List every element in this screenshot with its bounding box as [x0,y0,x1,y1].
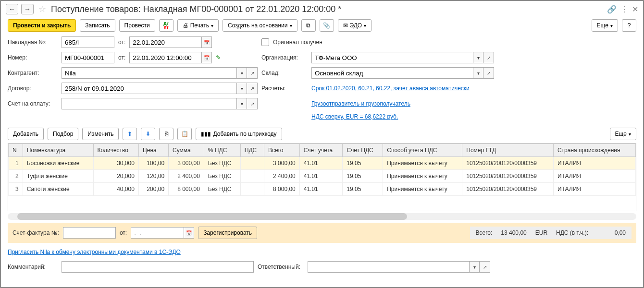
create-based-button[interactable]: Создать на основании [223,19,297,32]
comment-input[interactable] [62,261,254,273]
open-icon[interactable]: ↗ [247,67,258,79]
column-vat_method[interactable]: Способ учета НДС [383,144,462,157]
calendar-icon[interactable]: 📅 [201,36,212,48]
dropdown-icon[interactable]: ▾ [236,83,247,94]
counterparty-input[interactable] [62,67,236,79]
manual-edit-icon[interactable]: ✎ [216,54,221,61]
back-button[interactable]: ← [6,4,18,14]
invoice-no-label: Накладная №: [8,39,58,46]
page-title: Поступление товаров: Накладная МГ00-0000… [51,4,604,14]
open-icon[interactable]: ↗ [247,98,258,109]
more-button[interactable]: Еще [592,19,618,32]
column-vat_rate[interactable]: % НДС [204,144,240,157]
post-button[interactable]: Провести [119,19,155,32]
calendar-icon[interactable]: 📅 [184,227,194,239]
favorite-icon[interactable]: ☆ [38,4,46,14]
column-price[interactable]: Цена [138,144,168,157]
help-button[interactable]: ? [622,19,636,32]
payment-account-label: Счет на оплату: [8,100,58,107]
table-more-button[interactable]: Еще [610,128,636,140]
total-label: Всего: [476,229,493,236]
open-icon[interactable]: ↗ [480,261,490,273]
vat-total-amount: 0,00 [597,229,626,236]
counterparty-label: Контрагент: [8,70,58,76]
table-row[interactable]: 2Туфли женские20,000120,002 400,00Без НД… [9,170,636,183]
write-button[interactable]: Записать [80,19,115,32]
datetime-input[interactable] [129,52,201,63]
invoice-date-input[interactable] [129,36,201,48]
column-vat_account[interactable]: Счет НДС [343,144,383,157]
post-close-button[interactable]: Провести и закрыть [8,19,76,32]
invoice-no-input[interactable] [62,36,114,48]
table-row[interactable]: 3Сапоги женские40,000200,008 000,00Без Н… [9,183,636,196]
dropdown-icon[interactable]: ▾ [236,98,247,109]
register-button[interactable]: Зарегистрировать [198,227,257,239]
structure-button[interactable]: ⧉ [301,19,316,32]
barcode-button[interactable]: ▮▮▮ Добавить по штрихкоду [196,128,282,140]
column-gtd[interactable]: Номер ГТД [462,144,554,157]
link-icon[interactable]: 🔗 [607,5,617,14]
move-up-button[interactable]: ⬆ [123,128,137,140]
total-amount: 13 400,00 [501,229,526,236]
dtkt-button[interactable]: ДтКт [159,19,173,32]
dropdown-icon[interactable]: ▾ [236,67,247,79]
from-label-2: от: [118,54,125,61]
comment-label: Комментарий: [8,264,58,270]
menu-icon[interactable]: ⋮ [620,5,628,14]
contract-input[interactable] [62,83,236,94]
dropdown-icon[interactable]: ▾ [469,261,480,273]
responsible-label: Ответственный: [258,264,304,270]
close-icon[interactable]: ✕ [632,5,638,14]
warehouse-input[interactable] [311,67,473,79]
responsible-input[interactable] [308,261,469,273]
original-received-label: Оригинал получен [273,39,322,46]
invoice-factura-date-input[interactable] [131,227,184,239]
move-down-button[interactable]: ⬇ [141,128,155,140]
original-received-checkbox[interactable] [261,38,269,46]
invoice-factura-label: Счет-фактура №: [12,229,59,236]
column-item[interactable]: Номенклатура [23,144,93,157]
print-button[interactable]: 🖨 Печать [177,19,219,32]
contract-label: Договор: [8,85,58,92]
dropdown-icon[interactable]: ▾ [473,67,483,79]
copy-button[interactable]: ⎘ [159,128,173,140]
change-button[interactable]: Изменить [82,128,119,140]
column-total[interactable]: Всего [264,144,299,157]
warehouse-label: Склад: [261,70,308,76]
column-n[interactable]: N [9,144,23,157]
organization-label: Организация: [261,54,308,61]
payment-account-input[interactable] [62,98,236,109]
invite-edo-link[interactable]: Пригласить Nila к обмену электронными до… [8,249,181,255]
total-currency: EUR [535,229,547,236]
open-icon[interactable]: ↗ [247,83,258,94]
number-input[interactable] [62,52,114,63]
consignor-link[interactable]: Грузоотправитель и грузополучатель [311,100,410,107]
dropdown-icon[interactable]: ▾ [473,52,483,63]
vat-total-label: НДС (в т.ч.): [556,229,588,236]
number-label: Номер: [8,54,58,61]
forward-button[interactable]: → [21,4,34,14]
invoice-factura-no-input[interactable] [63,227,116,239]
column-account[interactable]: Счет учета [299,144,343,157]
from-label: от: [118,39,125,46]
horizontal-scrollbar[interactable] [8,213,636,220]
column-country[interactable]: Страна происхождения [553,144,635,157]
items-table[interactable]: NНоменклатураКоличествоЦенаСумма% НДСНДС… [8,143,636,211]
settlements-label: Расчеты: [261,85,308,92]
column-sum[interactable]: Сумма [169,144,204,157]
edo-button[interactable]: ✉ ЭДО [338,19,372,32]
settlements-link[interactable]: Срок 01.02.2020, 60.21, 60.22, зачет ава… [311,85,470,92]
pick-button[interactable]: Подбор [48,128,78,140]
paste-button[interactable]: 📋 [177,128,192,140]
add-button[interactable]: Добавить [8,128,44,140]
column-vat[interactable]: НДС [240,144,264,157]
table-row[interactable]: 1Босоножки женские30,000100,003 000,00Бе… [9,157,636,170]
calendar-icon[interactable]: 📅 [201,52,212,63]
organization-input[interactable] [311,52,473,63]
open-icon[interactable]: ↗ [483,67,494,79]
column-qty[interactable]: Количество [93,144,138,157]
attach-button[interactable]: 📎 [320,19,334,32]
invoice-from-label: от: [120,229,127,236]
vat-link[interactable]: НДС сверху, EUR = 68,6222 руб. [311,113,398,120]
open-icon[interactable]: ↗ [483,52,494,63]
